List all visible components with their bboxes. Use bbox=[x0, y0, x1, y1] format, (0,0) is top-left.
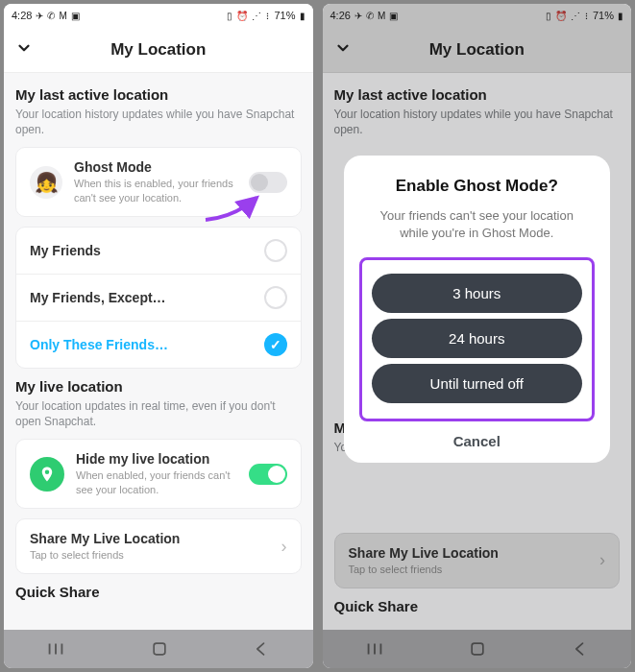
signal-icon: ⫶ bbox=[265, 11, 270, 21]
annotation-highlight-box: 3 hours 24 hours Until turned off bbox=[359, 257, 596, 421]
visibility-options-card: My Friends My Friends, Except… Only Thes… bbox=[15, 227, 302, 369]
share-live-row[interactable]: Share My Live Location Tap to select fri… bbox=[16, 519, 301, 573]
ghost-mode-card: 👧 Ghost Mode When this is enabled, your … bbox=[15, 147, 302, 217]
option-my-friends-except[interactable]: My Friends, Except… bbox=[16, 274, 301, 321]
ghost-mode-title: Ghost Mode bbox=[74, 159, 237, 175]
alarm-icon: ⏰ bbox=[236, 11, 248, 21]
wifi-icon: ⋰ bbox=[252, 11, 261, 21]
hide-live-card: Hide my live location When enabled, your… bbox=[15, 439, 302, 509]
option-only-these-friends[interactable]: Only These Friends… ✓ bbox=[16, 321, 301, 368]
ghost-mode-sub: When this is enabled, your friends can't… bbox=[74, 177, 237, 204]
option-label: My Friends bbox=[30, 243, 253, 258]
section-quick-share-title: Quick Share bbox=[15, 584, 302, 600]
duration-until-off-button[interactable]: Until turned off bbox=[372, 364, 583, 403]
collapse-icon[interactable] bbox=[15, 39, 33, 60]
nfc-icon: ▯ bbox=[227, 11, 232, 21]
status-time: 4:28 bbox=[12, 10, 32, 21]
share-live-card: Share My Live Location Tap to select fri… bbox=[15, 518, 302, 574]
option-label: Only These Friends… bbox=[30, 337, 253, 352]
home-button[interactable] bbox=[150, 639, 169, 659]
duration-24-hours-button[interactable]: 24 hours bbox=[372, 319, 583, 358]
svg-rect-3 bbox=[154, 643, 165, 655]
location-pin-icon bbox=[30, 457, 64, 492]
section-last-active-sub: Your location history updates while you … bbox=[15, 107, 302, 137]
option-label: My Friends, Except… bbox=[30, 290, 253, 305]
hide-live-title: Hide my live location bbox=[76, 451, 237, 467]
page-header: My Location bbox=[4, 27, 313, 73]
settings-content: My last active location Your location hi… bbox=[4, 73, 313, 630]
mail-icon: M bbox=[59, 11, 66, 21]
option-my-friends[interactable]: My Friends bbox=[16, 228, 301, 274]
image-icon: ▣ bbox=[71, 11, 80, 21]
duration-3-hours-button[interactable]: 3 hours bbox=[372, 274, 583, 313]
radio-unchecked-icon bbox=[264, 286, 287, 309]
page-title: My Location bbox=[110, 40, 206, 60]
share-live-sub: Tap to select friends bbox=[30, 548, 270, 562]
checkmark-selected-icon: ✓ bbox=[264, 333, 287, 356]
ghost-mode-row[interactable]: 👧 Ghost Mode When this is enabled, your … bbox=[16, 148, 301, 216]
phone-right-modal: 4:26 ✈ ✆ M ▣ ▯ ⏰ ⋰ ⫶ 71% ▮ My Location M… bbox=[323, 4, 632, 668]
section-live-sub: Your location updates in real time, even… bbox=[15, 398, 302, 429]
hide-live-toggle[interactable] bbox=[249, 464, 287, 485]
hide-live-sub: When enabled, your friends can't see you… bbox=[76, 468, 237, 496]
android-nav-bar bbox=[4, 630, 313, 668]
whatsapp-icon: ✆ bbox=[47, 11, 55, 21]
section-live-title: My live location bbox=[15, 378, 302, 395]
avatar-bitmoji-icon: 👧 bbox=[30, 166, 62, 199]
phone-left-settings: 4:28 ✈ ✆ M ▣ ▯ ⏰ ⋰ ⫶ 71% ▮ My Location M… bbox=[4, 4, 313, 668]
status-bar: 4:28 ✈ ✆ M ▣ ▯ ⏰ ⋰ ⫶ 71% ▮ bbox=[4, 4, 313, 27]
section-last-active-title: My last active location bbox=[15, 86, 302, 103]
ghost-mode-modal: Enable Ghost Mode? Your friends can't se… bbox=[344, 156, 611, 463]
telegram-icon: ✈ bbox=[36, 11, 43, 21]
battery-percent: 71% bbox=[274, 10, 295, 21]
chevron-right-icon: › bbox=[281, 537, 287, 557]
ghost-mode-toggle[interactable] bbox=[249, 172, 287, 193]
cancel-button[interactable]: Cancel bbox=[359, 433, 596, 449]
back-button[interactable] bbox=[252, 639, 271, 659]
modal-title: Enable Ghost Mode? bbox=[359, 177, 596, 196]
recents-button[interactable] bbox=[45, 638, 66, 660]
battery-icon: ▮ bbox=[300, 11, 305, 21]
modal-subtitle: Your friends can't see your location whi… bbox=[365, 207, 590, 242]
hide-live-row[interactable]: Hide my live location When enabled, your… bbox=[16, 440, 301, 508]
share-live-title: Share My Live Location bbox=[30, 531, 270, 546]
radio-unchecked-icon bbox=[264, 239, 287, 262]
